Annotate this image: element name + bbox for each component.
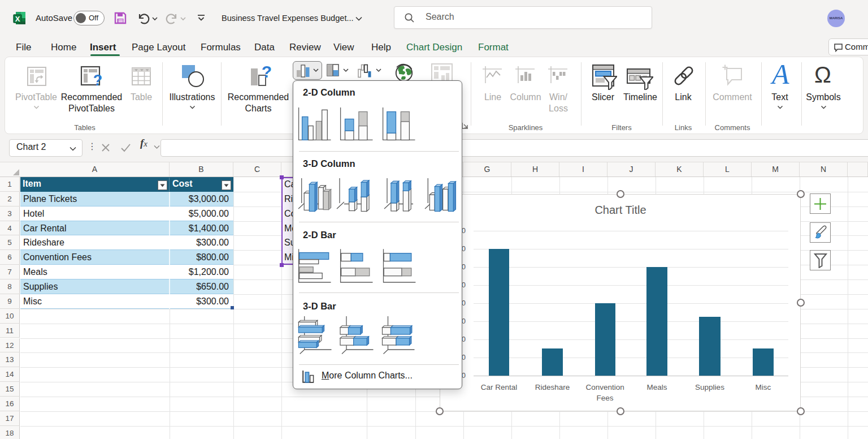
svg-text:?: ? <box>93 72 103 88</box>
svg-text:?: ? <box>262 64 272 81</box>
svg-text:X: X <box>15 15 20 23</box>
